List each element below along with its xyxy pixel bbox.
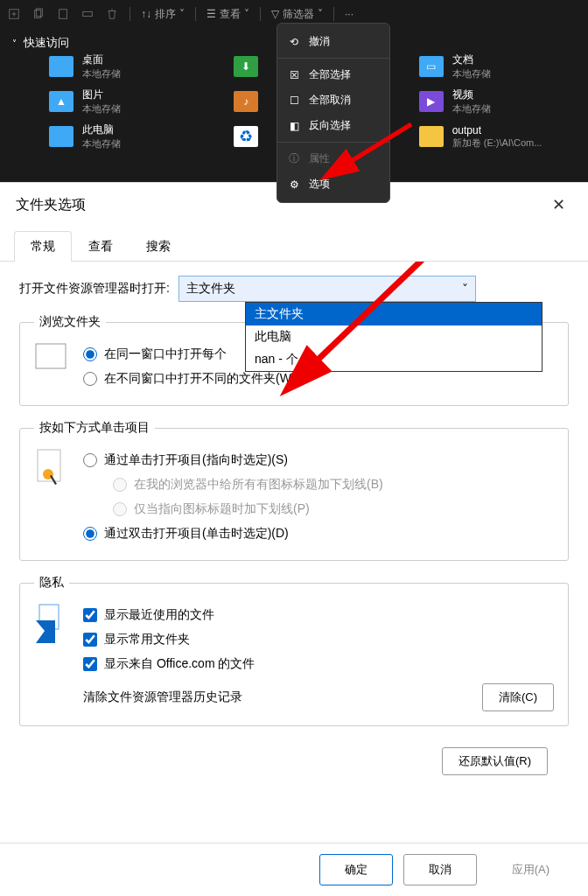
clear-button[interactable]: 清除(C) (482, 683, 554, 711)
rename-icon[interactable] (80, 7, 94, 21)
item-sub: 本地存储 (82, 137, 121, 150)
apply-button[interactable]: 应用(A) (487, 854, 574, 886)
radio-single-click[interactable]: 通过单击打开项目(指向时选定)(S) (83, 448, 554, 472)
chevron-down-icon: ˅ (462, 282, 468, 296)
chevron-down-icon: ˅ (318, 8, 323, 20)
svg-rect-7 (36, 344, 66, 368)
folder-options-dialog: 文件夹选项 ✕ 常规 查看 搜索 打开文件资源管理器时打开: 主文件夹 ˅ 主文… (0, 182, 588, 896)
check-frequent-folders[interactable]: 显示常用文件夹 (83, 627, 554, 652)
ctx-invert[interactable]: ◧反向选择 (277, 113, 389, 138)
videos-item[interactable]: ▶视频本地存储 (419, 88, 570, 116)
item-name: 桌面 (82, 52, 121, 67)
open-explorer-label: 打开文件资源管理器时打开: (19, 281, 170, 297)
svg-rect-4 (83, 11, 93, 16)
desktop-item[interactable]: 桌面本地存储 (49, 52, 200, 80)
more-button[interactable]: ··· (345, 8, 354, 20)
clear-history-label: 清除文件资源管理器历史记录 (83, 690, 242, 705)
privacy-legend: 隐私 (34, 575, 69, 591)
browse-legend: 浏览文件夹 (34, 314, 106, 330)
chevron-down-icon: ˅ (12, 38, 17, 48)
dialog-title: 文件夹选项 (16, 196, 86, 214)
ctx-properties: ⓘ属性 (277, 146, 389, 172)
context-menu: ⟲撤消 ☒全部选择 ☐全部取消 ◧反向选择 ⓘ属性 ⚙选项 (276, 23, 390, 203)
ctx-undo[interactable]: ⟲撤消 (277, 29, 389, 54)
paste-icon[interactable] (56, 7, 70, 21)
new-icon[interactable] (7, 7, 21, 21)
filter-button[interactable]: ▽ 筛选器 ˅ (271, 7, 323, 22)
check-office-files[interactable]: 显示来自 Office.com 的文件 (83, 652, 554, 676)
item-sub: 新加卷 (E:)\AI\Com... (452, 136, 542, 150)
privacy-group: 隐私 显示最近使用的文件 显示常用文件夹 显示来自 Office.com 的文件… (19, 575, 569, 726)
chevron-down-icon: ˅ (179, 8, 185, 20)
combo-option[interactable]: 主文件夹 (246, 303, 542, 326)
invert-icon: ◧ (288, 120, 300, 132)
click-group: 按如下方式单击项目 通过单击打开项目(指向时选定)(S) 在我的浏览器中给所有有… (19, 420, 569, 561)
thispc-item[interactable]: 此电脑本地存储 (49, 122, 200, 150)
view-label: 查看 (220, 7, 241, 22)
chevron-down-icon: ˅ (244, 8, 249, 20)
select-all-icon: ☒ (288, 69, 300, 81)
undo-icon: ⟲ (288, 36, 300, 48)
ok-button[interactable]: 确定 (319, 854, 393, 886)
close-button[interactable]: ✕ (543, 192, 574, 218)
copy-icon[interactable] (32, 7, 46, 21)
privacy-icon (34, 603, 69, 647)
open-explorer-combo[interactable]: 主文件夹 ˅ (178, 276, 476, 302)
combo-option[interactable]: nan - 个人 (246, 348, 542, 371)
item-sub: 本地存储 (452, 102, 491, 116)
output-item[interactable]: output新加卷 (E:)\AI\Com... (419, 122, 570, 150)
item-name: 视频 (452, 88, 491, 102)
deselect-icon: ☐ (288, 94, 300, 107)
delete-icon[interactable] (105, 7, 119, 21)
ctx-deselect-all[interactable]: ☐全部取消 (277, 88, 389, 113)
filter-label: 筛选器 (283, 7, 314, 22)
restore-defaults-button[interactable]: 还原默认值(R) (442, 747, 548, 775)
item-name: output (452, 124, 542, 136)
radio-double-click[interactable]: 通过双击打开项目(单击时选定)(D) (83, 522, 554, 546)
combo-option[interactable]: 此电脑 (246, 326, 542, 348)
window-icon (34, 342, 69, 374)
quick-access-label: 快速访问 (24, 35, 69, 51)
radio-underline-point: 仅当指向图标标题时加下划线(P) (113, 497, 554, 522)
ctx-select-all[interactable]: ☒全部选择 (277, 62, 389, 88)
sort-label: 排序 (155, 7, 176, 22)
radio-underline-all: 在我的浏览器中给所有有图标标题加下划线(B) (113, 472, 554, 497)
item-sub: 本地存储 (82, 102, 121, 116)
tab-general[interactable]: 常规 (14, 231, 72, 262)
item-name: 文档 (452, 52, 491, 67)
pictures-item[interactable]: ▲图片本地存储 (49, 88, 200, 116)
item-name: 图片 (82, 88, 121, 102)
properties-icon: ⓘ (288, 151, 300, 166)
check-recent-files[interactable]: 显示最近使用的文件 (83, 603, 554, 627)
combo-dropdown: 主文件夹 此电脑 nan - 个人 (245, 302, 542, 372)
item-name: 此电脑 (82, 122, 121, 137)
item-sub: 本地存储 (82, 67, 121, 80)
svg-rect-3 (60, 10, 67, 19)
item-sub: 本地存储 (452, 67, 491, 80)
documents-item[interactable]: ▭文档本地存储 (419, 52, 570, 80)
click-legend: 按如下方式单击项目 (34, 420, 155, 436)
dialog-tabs: 常规 查看 搜索 (0, 221, 588, 262)
combo-value: 主文件夹 (186, 281, 235, 297)
tab-search[interactable]: 搜索 (130, 231, 187, 262)
gear-icon: ⚙ (288, 178, 300, 191)
ctx-options[interactable]: ⚙选项 (277, 172, 389, 197)
sort-button[interactable]: ↑↓ 排序 ˅ (141, 7, 185, 22)
tab-view[interactable]: 查看 (72, 231, 130, 262)
view-button[interactable]: ☰ 查看 ˅ (206, 7, 249, 22)
cancel-button[interactable]: 取消 (403, 854, 477, 886)
cursor-doc-icon (34, 448, 69, 492)
